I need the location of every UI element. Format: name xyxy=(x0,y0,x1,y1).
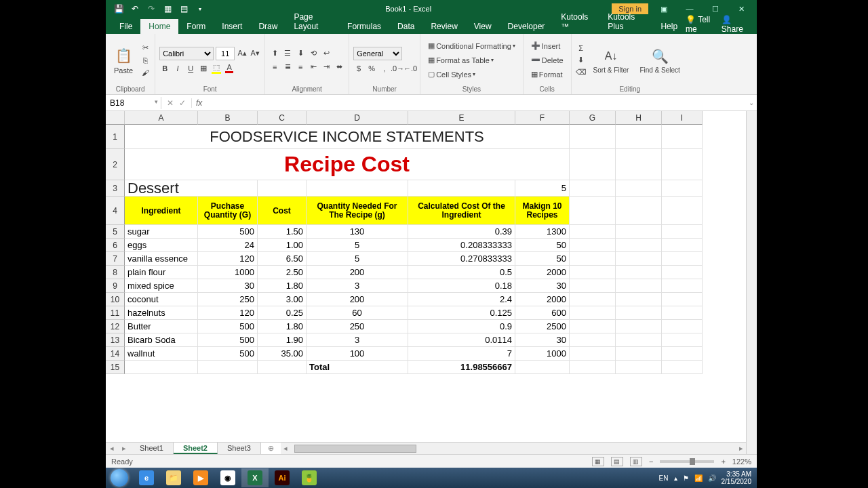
align-top-icon[interactable]: ⬆ xyxy=(269,48,280,59)
cell-C6[interactable]: 1.00 xyxy=(258,239,307,252)
tray-clock[interactable]: 3:35 AM2/15/2020 xyxy=(722,470,752,485)
tab-data[interactable]: Data xyxy=(389,19,422,34)
cell-F7[interactable]: 50 xyxy=(515,252,570,266)
cell-F9[interactable]: 30 xyxy=(515,279,570,293)
cell-B5[interactable]: 500 xyxy=(198,225,258,239)
column-header-G[interactable]: G xyxy=(570,111,616,125)
tab-file[interactable]: File xyxy=(111,19,140,34)
cell-B6[interactable]: 24 xyxy=(198,239,258,252)
fx-icon[interactable]: fx xyxy=(192,98,206,108)
cell-E14[interactable]: 7 xyxy=(408,347,515,361)
column-header-I[interactable]: I xyxy=(662,111,703,125)
close-icon[interactable]: ✕ xyxy=(731,2,751,16)
tab-page-layout[interactable]: Page Layout xyxy=(285,9,339,34)
row-header-1[interactable]: 1 xyxy=(106,125,125,149)
cell-A4[interactable]: Ingredient xyxy=(125,197,198,225)
row-header-6[interactable]: 6 xyxy=(106,239,125,252)
cell-C8[interactable]: 2.50 xyxy=(258,266,307,279)
cell-F13[interactable]: 30 xyxy=(515,333,570,347)
orientation-icon[interactable]: ⟲ xyxy=(308,48,319,59)
tray-flag-icon[interactable]: ⚑ xyxy=(683,474,689,482)
tray-show-hidden-icon[interactable]: ▴ xyxy=(674,474,677,482)
column-header-E[interactable]: E xyxy=(408,111,515,125)
align-middle-icon[interactable]: ☰ xyxy=(282,48,293,59)
fill-icon[interactable]: ⬇ xyxy=(576,55,587,66)
cell-D13[interactable]: 3 xyxy=(307,333,408,347)
align-left-icon[interactable]: ≡ xyxy=(269,62,280,73)
taskbar-media-icon[interactable]: ▶ xyxy=(187,468,214,487)
cell-A9[interactable]: mixed spice xyxy=(125,279,198,293)
cell-D10[interactable]: 200 xyxy=(307,293,408,306)
undo-icon[interactable]: ↶ xyxy=(130,4,140,14)
cell-F3[interactable]: 5 xyxy=(515,180,570,197)
copy-icon[interactable]: ⎘ xyxy=(140,55,151,66)
redo-icon[interactable]: ↷ xyxy=(146,4,156,14)
delete-cells-button[interactable]: ➖Delete xyxy=(528,54,567,66)
horizontal-scrollbar[interactable]: ◂ ▸ xyxy=(281,443,746,454)
cell-C10[interactable]: 3.00 xyxy=(258,293,307,306)
column-header-H[interactable]: H xyxy=(616,111,662,125)
cell-D6[interactable]: 5 xyxy=(307,239,408,252)
qat-more-icon[interactable]: ▾ xyxy=(195,4,205,14)
expand-formula-icon[interactable]: ⌄ xyxy=(746,99,757,106)
tab-kutools-plus[interactable]: Kutools Plus xyxy=(599,9,652,34)
tray-network-icon[interactable]: 📶 xyxy=(694,474,703,482)
column-header-C[interactable]: C xyxy=(258,111,307,125)
italic-button[interactable]: I xyxy=(172,63,183,74)
cut-icon[interactable]: ✂ xyxy=(140,43,151,54)
tell-me-button[interactable]: 💡 Tell me xyxy=(686,15,716,34)
column-header-B[interactable]: B xyxy=(198,111,258,125)
cell-D11[interactable]: 60 xyxy=(307,306,408,320)
row-header-4[interactable]: 4 xyxy=(106,197,125,225)
number-format-select[interactable]: General xyxy=(353,47,402,60)
bold-button[interactable]: B xyxy=(159,63,170,74)
cell-F5[interactable]: 1300 xyxy=(515,225,570,239)
page-layout-view-icon[interactable]: ▤ xyxy=(611,457,623,466)
cell-E6[interactable]: 0.208333333 xyxy=(408,239,515,252)
add-sheet-button[interactable]: ⊕ xyxy=(261,443,281,454)
currency-icon[interactable]: $ xyxy=(353,63,364,74)
zoom-out-icon[interactable]: − xyxy=(649,458,653,466)
name-box[interactable]: B18 xyxy=(106,97,161,109)
decrease-decimal-icon[interactable]: ←.0 xyxy=(405,63,416,74)
cell-B11[interactable]: 120 xyxy=(198,306,258,320)
cell-B12[interactable]: 500 xyxy=(198,320,258,333)
cell-A3[interactable]: Dessert xyxy=(125,180,258,197)
sheet-tab-sheet3[interactable]: Sheet3 xyxy=(218,443,261,454)
ribbon-display-icon[interactable]: ▣ xyxy=(654,2,674,16)
clear-icon[interactable]: ⌫ xyxy=(576,67,587,78)
wrap-text-icon[interactable]: ↩ xyxy=(321,48,332,59)
cell-C5[interactable]: 1.50 xyxy=(258,225,307,239)
percent-icon[interactable]: % xyxy=(366,63,377,74)
share-button[interactable]: 👤 Share xyxy=(722,15,749,34)
row-header-12[interactable]: 12 xyxy=(106,320,125,333)
cell-D15[interactable]: Total xyxy=(307,361,408,374)
sheet-nav-last-icon[interactable]: ▸ xyxy=(118,444,130,453)
cell-A5[interactable]: sugar xyxy=(125,225,198,239)
cell-F14[interactable]: 1000 xyxy=(515,347,570,361)
increase-decimal-icon[interactable]: .0→ xyxy=(392,63,403,74)
row-header-8[interactable]: 8 xyxy=(106,266,125,279)
font-size-input[interactable] xyxy=(216,47,235,60)
tab-formulas[interactable]: Formulas xyxy=(339,19,389,34)
cell-C7[interactable]: 6.50 xyxy=(258,252,307,266)
cell-E7[interactable]: 0.270833333 xyxy=(408,252,515,266)
format-painter-icon[interactable]: 🖌 xyxy=(140,67,151,78)
decrease-indent-icon[interactable]: ⇤ xyxy=(308,62,319,73)
zoom-slider[interactable] xyxy=(660,460,714,463)
tab-insert[interactable]: Insert xyxy=(214,19,250,34)
cell-D8[interactable]: 200 xyxy=(307,266,408,279)
row-header-7[interactable]: 7 xyxy=(106,252,125,266)
fill-color-icon[interactable]: ⬚ xyxy=(211,63,222,74)
tab-help[interactable]: Help xyxy=(652,19,686,34)
row-header-15[interactable]: 15 xyxy=(106,361,125,374)
border-icon[interactable]: ▦ xyxy=(198,63,209,74)
cell-A14[interactable]: wallnut xyxy=(125,347,198,361)
cell-E10[interactable]: 2.4 xyxy=(408,293,515,306)
qat-icon-1[interactable]: ▦ xyxy=(163,4,172,14)
tab-developer[interactable]: Developer xyxy=(500,19,553,34)
cell-B10[interactable]: 250 xyxy=(198,293,258,306)
cell-C11[interactable]: 0.25 xyxy=(258,306,307,320)
taskbar-app-icon[interactable]: 🍍 xyxy=(296,468,323,487)
row-header-14[interactable]: 14 xyxy=(106,347,125,361)
